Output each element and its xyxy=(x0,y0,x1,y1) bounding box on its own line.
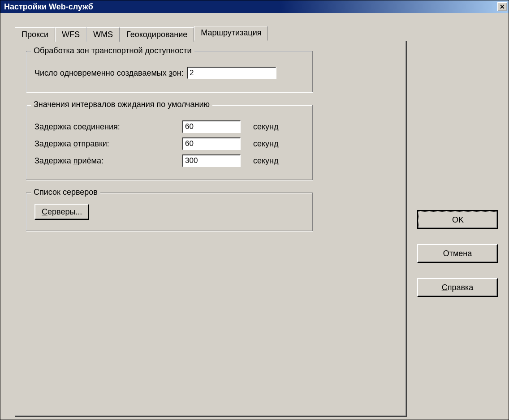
close-icon: ✕ xyxy=(500,4,505,10)
row-send-timeout: Задержка отправки: секунд xyxy=(35,137,304,150)
window-title: Настройки Web-служб xyxy=(4,2,93,12)
unit-receive: секунд xyxy=(253,156,279,166)
dialog-actions: OK Отмена Справка xyxy=(417,210,498,297)
input-send-timeout[interactable] xyxy=(182,137,241,150)
input-receive-timeout[interactable] xyxy=(182,154,241,167)
tab-routing[interactable]: Маршрутизация xyxy=(194,26,268,41)
tab-wfs[interactable]: WFS xyxy=(55,27,86,42)
tab-panel-routing: Обработка зон транспортной доступности Ч… xyxy=(15,41,407,417)
unit-connect: секунд xyxy=(253,122,279,132)
tab-proxy[interactable]: Прокси xyxy=(15,27,55,42)
label-send-timeout: Задержка отправки: xyxy=(35,139,182,149)
tab-wms[interactable]: WMS xyxy=(86,27,120,42)
groupbox-servers-legend: Список серверов xyxy=(31,188,100,197)
groupbox-zones: Обработка зон транспортной доступности Ч… xyxy=(26,51,313,92)
cancel-button[interactable]: Отмена xyxy=(417,244,498,263)
groupbox-servers: Список серверов Серверы... xyxy=(26,193,313,231)
close-button[interactable]: ✕ xyxy=(497,2,507,11)
servers-button[interactable]: Серверы... xyxy=(35,204,89,220)
ok-button[interactable]: OK xyxy=(417,210,498,229)
dialog-body: Прокси WFS WMS Геокодирование Маршрутиза… xyxy=(0,13,509,420)
row-connect-timeout: Задержка соединения: секунд xyxy=(35,120,304,133)
tab-geocoding[interactable]: Геокодирование xyxy=(120,27,194,42)
groupbox-zones-legend: Обработка зон транспортной доступности xyxy=(31,46,194,56)
input-connect-timeout[interactable] xyxy=(182,120,241,133)
input-zone-count[interactable] xyxy=(187,67,276,79)
dialog-window: Настройки Web-служб ✕ Прокси WFS WMS Гео… xyxy=(0,0,509,420)
label-receive-timeout: Задержка приёма: xyxy=(35,156,182,166)
groupbox-timeouts: Значения интервалов ожидания по умолчани… xyxy=(26,105,313,180)
tab-strip: Прокси WFS WMS Геокодирование Маршрутиза… xyxy=(15,26,268,41)
help-button[interactable]: Справка xyxy=(417,278,498,297)
row-zone-count: Число одновременно создаваемых зон: xyxy=(35,67,304,79)
unit-send: секунд xyxy=(253,139,279,149)
row-receive-timeout: Задержка приёма: секунд xyxy=(35,154,304,167)
title-bar: Настройки Web-служб ✕ xyxy=(0,0,509,13)
label-zone-count: Число одновременно создаваемых зон: xyxy=(35,69,187,78)
label-connect-timeout: Задержка соединения: xyxy=(35,122,182,132)
groupbox-timeouts-legend: Значения интервалов ожидания по умолчани… xyxy=(31,100,212,109)
